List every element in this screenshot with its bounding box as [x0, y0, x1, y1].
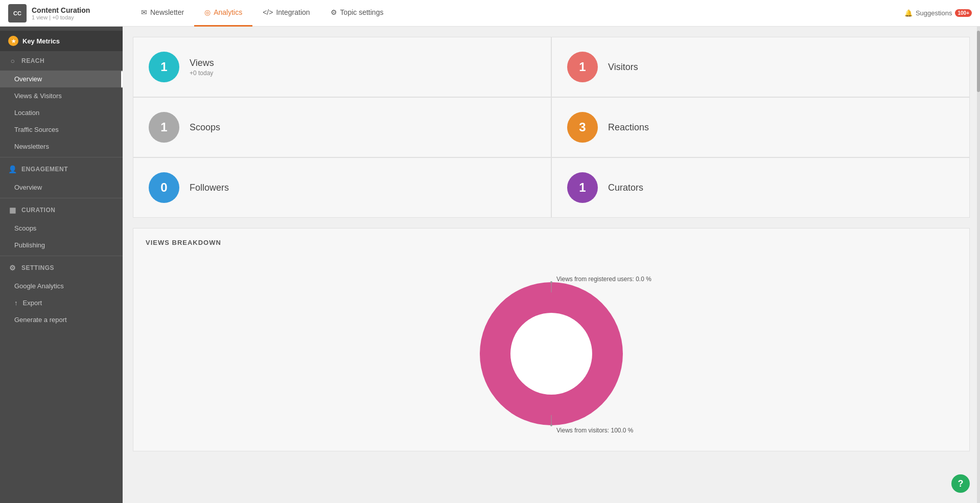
metric-info-scoops: Scoops: [190, 122, 220, 133]
divider-3: [0, 256, 123, 256]
sidebar-item-newsletters[interactable]: Newsletters: [0, 138, 123, 155]
metric-circle-curators: 1: [567, 172, 598, 203]
newsletter-icon: ✉: [141, 8, 147, 16]
dot-bottom: [550, 424, 552, 426]
divider-1: [0, 157, 123, 157]
help-button[interactable]: ?: [951, 474, 970, 493]
sidebar-item-traffic-sources[interactable]: Traffic Sources: [0, 121, 123, 138]
donut-hole: [510, 313, 592, 395]
tab-integration[interactable]: </> Integration: [252, 0, 320, 27]
settings-icon: ⚙: [331, 8, 337, 16]
brand-title: Content Curation: [32, 6, 90, 14]
sidebar-group-curation: ▦ Curation: [0, 200, 123, 220]
metric-card-scoops: 1 Scoops: [133, 98, 551, 157]
export-icon: ↑: [14, 299, 18, 307]
scrollbar[interactable]: [977, 27, 980, 503]
topbar: CC Content Curation 1 view | +0 today ✉ …: [0, 0, 980, 27]
metric-circle-views: 1: [149, 52, 179, 82]
sidebar-group-engagement: 👤 Engagement: [0, 159, 123, 179]
scroll-thumb[interactable]: [977, 31, 980, 92]
sidebar-item-generate-report[interactable]: Generate a report: [0, 311, 123, 328]
sidebar-item-scoops[interactable]: Scoops: [0, 220, 123, 237]
star-icon: ★: [8, 36, 18, 46]
active-indicator: [121, 71, 123, 87]
engagement-icon: 👤: [8, 165, 17, 174]
donut-chart: Views from registered users: 0.0 % Views…: [398, 262, 705, 436]
breakdown-title: VIEWS BREAKDOWN: [146, 239, 957, 246]
metric-info-reactions: Reactions: [608, 122, 649, 133]
metric-info-views: Views +0 today: [190, 58, 214, 77]
chart-label-visitors: Views from visitors: 100.0 %: [556, 427, 634, 434]
sidebar-group-settings: ⚙ Settings: [0, 258, 123, 278]
sidebar-item-google-analytics[interactable]: Google Analytics: [0, 278, 123, 294]
sidebar-item-export[interactable]: ↑ Export: [0, 294, 123, 311]
metric-card-visitors: 1 Visitors: [552, 37, 969, 97]
brand-subtitle: 1 view | +0 today: [32, 14, 90, 20]
topbar-right: 🔔 Suggestions 100+: [904, 9, 972, 17]
settings-cog-icon: ⚙: [8, 263, 17, 272]
metric-info-followers: Followers: [190, 182, 229, 193]
sidebar-item-overview-reach[interactable]: Overview: [0, 71, 123, 87]
analytics-icon: ◎: [204, 8, 211, 16]
suggestions-button[interactable]: 🔔 Suggestions 100+: [904, 9, 972, 17]
sidebar-item-location[interactable]: Location: [0, 104, 123, 121]
metrics-grid: 1 Views +0 today 1 Visitors 1: [133, 37, 970, 218]
tab-topic-settings[interactable]: ⚙ Topic settings: [320, 0, 394, 27]
metric-card-followers: 0 Followers: [133, 158, 551, 217]
metric-circle-followers: 0: [149, 172, 179, 203]
curation-icon: ▦: [8, 205, 17, 215]
metric-info-curators: Curators: [608, 182, 643, 193]
sidebar-group-reach: ○ Reach: [0, 51, 123, 71]
sidebar-item-publishing[interactable]: Publishing: [0, 237, 123, 254]
layout: ★ Key Metrics ○ Reach Overview Views & V…: [0, 27, 980, 503]
brand: CC Content Curation 1 view | +0 today: [8, 4, 131, 22]
integration-icon: </>: [263, 8, 273, 16]
sidebar-item-overview-engagement[interactable]: Overview: [0, 179, 123, 196]
tab-newsletter[interactable]: ✉ Newsletter: [131, 0, 194, 27]
metric-info-visitors: Visitors: [608, 62, 638, 73]
brand-logo: CC: [8, 4, 27, 22]
breakdown-section: VIEWS BREAKDOWN Views from registered us…: [133, 228, 970, 451]
metric-circle-visitors: 1: [567, 52, 598, 82]
sidebar-key-metrics[interactable]: ★ Key Metrics: [0, 31, 123, 51]
sidebar-item-views-visitors[interactable]: Views & Visitors: [0, 87, 123, 104]
tab-analytics[interactable]: ◎ Analytics: [194, 0, 252, 27]
metric-card-reactions: 3 Reactions: [552, 98, 969, 157]
chart-label-registered: Views from registered users: 0.0 %: [556, 276, 651, 283]
divider-2: [0, 198, 123, 198]
metric-card-curators: 1 Curators: [552, 158, 969, 217]
reach-icon: ○: [8, 56, 17, 65]
dot-top: [550, 281, 552, 283]
main-content: 1 Views +0 today 1 Visitors 1: [123, 27, 980, 503]
topbar-tabs: ✉ Newsletter ◎ Analytics </> Integration…: [131, 0, 904, 27]
metric-circle-scoops: 1: [149, 112, 179, 143]
metric-card-views: 1 Views +0 today: [133, 37, 551, 97]
chart-container: Views from registered users: 0.0 % Views…: [146, 257, 957, 441]
metric-circle-reactions: 3: [567, 112, 598, 143]
brand-text: Content Curation 1 view | +0 today: [32, 6, 90, 20]
suggestions-icon: 🔔: [904, 9, 913, 17]
sidebar: ★ Key Metrics ○ Reach Overview Views & V…: [0, 27, 123, 503]
suggestions-badge: 100+: [955, 9, 972, 17]
